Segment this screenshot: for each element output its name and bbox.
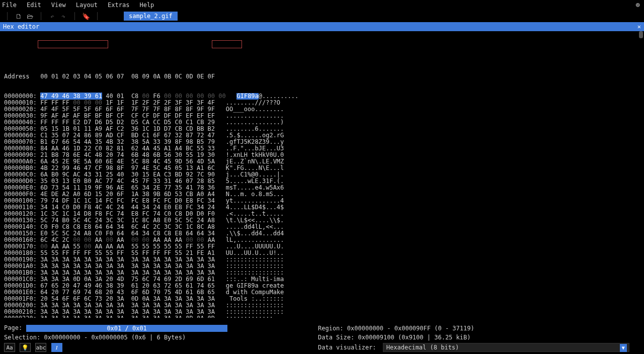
page-bar[interactable]: 0x01 / 0x01 — [26, 325, 227, 332]
scrollbar[interactable] — [639, 31, 643, 313]
data-visualizer-row: Data visualizer: Hexadecimal (8 bits) ▼ — [318, 343, 640, 352]
toolbar-separator — [97, 12, 98, 20]
data-size-info: Data Size: 0x00009100 (0x9100 | 36.25 ki… — [318, 334, 640, 341]
menubar: File Edit View Layout Extras Help ☻ — [0, 0, 644, 10]
menu-layout[interactable]: Layout — [76, 2, 98, 9]
hex-editor-title: Hex editor — [3, 23, 39, 30]
ascii-selection-outline — [212, 40, 242, 48]
case-sensitive-button[interactable]: Aa — [4, 343, 15, 352]
redo-icon[interactable]: ↷ — [58, 11, 68, 21]
data-visualizer-select[interactable]: Hexadecimal (8 bits) ▼ — [383, 343, 629, 352]
toolbar-separator — [41, 12, 41, 20]
hex-row[interactable]: 00000220: 3A 3A 3A 3A 3A 3A 3A 3A 3A 3A … — [4, 315, 640, 318]
bookmark-icon[interactable]: 🔖 — [81, 11, 91, 21]
toolbar-separator — [7, 12, 8, 20]
chevron-down-icon: ▼ — [620, 344, 627, 352]
status-bar: Page:0x01 / 0x01 Selection: 0x00000000 -… — [0, 320, 644, 354]
smiley-icon: ☻ — [636, 1, 640, 9]
cursor-button[interactable]: I — [51, 343, 62, 352]
abc-button[interactable]: abc — [35, 343, 46, 352]
region-info: Region: 0x00000000 - 0x000090FF (0 - 371… — [318, 325, 640, 332]
menu-edit[interactable]: Edit — [27, 2, 41, 9]
hex-header-row: Address 00 01 02 03 04 05 06 07 08 09 0A… — [4, 73, 640, 80]
hex-viewer[interactable]: Address 00 01 02 03 04 05 06 07 08 09 0A… — [0, 31, 644, 318]
hex-selection-outline — [38, 40, 108, 48]
hex-editor-header: Hex editor ✕ — [0, 22, 644, 31]
menu-file[interactable]: File — [2, 2, 17, 9]
file-tab[interactable]: sample_2.gif — [124, 12, 178, 21]
selection-info: Selection: 0x00000000 - 0x00000005 (0x6 … — [4, 334, 313, 341]
undo-icon[interactable]: ↶ — [47, 11, 57, 21]
toolbar-separator — [74, 12, 75, 20]
menu-help[interactable]: Help — [139, 2, 154, 9]
toolbar: 🗋 🗁 ↶ ↷ 🔖 sample_2.gif — [0, 10, 644, 22]
page-indicator: Page:0x01 / 0x01 — [4, 324, 313, 332]
new-file-icon[interactable]: 🗋 — [14, 11, 24, 21]
close-icon[interactable]: ✕ — [637, 23, 641, 30]
scrollbar-thumb[interactable] — [639, 31, 643, 38]
open-file-icon[interactable]: 🗁 — [25, 11, 35, 21]
menu-extras[interactable]: Extras — [108, 2, 129, 9]
menu-view[interactable]: View — [51, 2, 66, 9]
lightbulb-button[interactable]: 💡 — [20, 343, 31, 352]
